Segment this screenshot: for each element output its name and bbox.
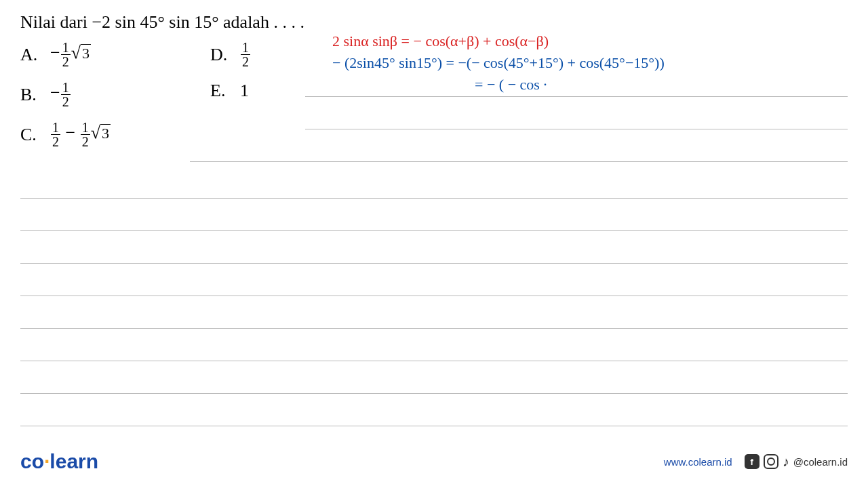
ruled-line [20,329,848,361]
option-e-value: 1 [240,81,249,101]
ruled-line [20,199,848,231]
logo: co·learn [20,450,98,473]
facebook-icon: f [745,454,760,469]
option-b-letter: B. [20,85,50,105]
option-c: C. 12 − 123 [20,121,210,148]
question-text: Nilai dari −2 sin 45° sin 15° adalah . .… [20,12,848,33]
instagram-icon [764,454,778,469]
ruled-lines-area [20,166,848,426]
footer-url: www.colearn.id [664,456,732,468]
ruled-line [20,264,848,296]
handwriting-formula: 2 sinα sinβ = − cos(α+β) + cos(α−β) [332,33,848,50]
option-a-letter: A. [20,45,50,65]
option-b-value: −12 [50,81,71,108]
social-handle: @colearn.id [793,456,848,468]
ruled-line [20,394,848,426]
option-e-letter: E. [210,81,240,101]
option-c-value: 12 − 123 [50,121,111,148]
ruled-line [190,129,848,162]
option-d-value: 12 [240,41,251,68]
footer: co·learn www.colearn.id f ♪ @colearn.id [20,450,848,473]
ruled-line [305,64,848,97]
social-links: f ♪ @colearn.id [745,454,848,470]
option-a-value: −123 [50,41,91,68]
option-b: B. −12 [20,81,210,108]
ruled-line [20,231,848,264]
ruled-line [20,361,848,394]
option-d-letter: D. [210,45,240,65]
ruled-line [305,97,848,129]
tiktok-icon: ♪ [783,454,789,470]
ruled-line [20,166,848,199]
option-c-letter: C. [20,125,50,145]
ruled-line [20,296,848,329]
option-a: A. −123 [20,41,210,68]
